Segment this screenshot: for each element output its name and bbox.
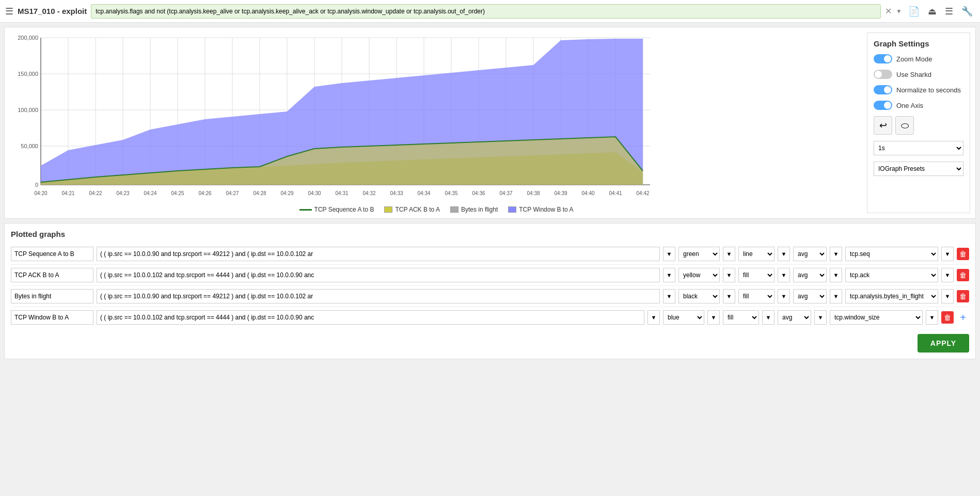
svg-text:04:32: 04:32 bbox=[362, 190, 375, 196]
use-sharkd-toggle[interactable] bbox=[874, 70, 892, 79]
plot-style-select-3[interactable]: linefillbar bbox=[723, 310, 759, 325]
legend-tcp-seq-label: TCP Sequence A to B bbox=[314, 206, 374, 213]
plot-delete-button-1[interactable]: 🗑 bbox=[957, 269, 969, 281]
plot-style-select-2[interactable]: linefillbar bbox=[738, 289, 774, 303]
file-icon-button[interactable]: 📄 bbox=[906, 5, 922, 18]
plot-add-button[interactable]: + bbox=[957, 311, 969, 324]
svg-text:04:36: 04:36 bbox=[472, 190, 485, 196]
plot-filter-input-0[interactable] bbox=[97, 247, 660, 261]
plot-style-select-1[interactable]: linefillbar bbox=[738, 268, 774, 282]
plot-delete-button-3[interactable]: 🗑 bbox=[941, 311, 954, 324]
zoom-mode-knob bbox=[884, 55, 891, 62]
svg-text:04:30: 04:30 bbox=[308, 190, 321, 196]
plot-style-dropdown-2[interactable]: ▼ bbox=[778, 289, 790, 303]
legend-tcp-seq: TCP Sequence A to B bbox=[299, 206, 374, 213]
plot-agg-dropdown-3[interactable]: ▼ bbox=[814, 310, 827, 325]
plot-filter-dropdown-0[interactable]: ▼ bbox=[663, 247, 675, 261]
settings-icon-button[interactable]: 🔧 bbox=[959, 5, 975, 18]
plot-agg-dropdown-1[interactable]: ▼ bbox=[830, 268, 842, 282]
list-icon-button[interactable]: ☰ bbox=[943, 5, 955, 18]
chart-legend: TCP Sequence A to B TCP ACK B to A Bytes… bbox=[10, 206, 863, 213]
hamburger-icon[interactable]: ☰ bbox=[5, 6, 13, 17]
plot-style-dropdown-3[interactable]: ▼ bbox=[762, 310, 774, 325]
plot-color-select-0[interactable]: greenyellowblackbluered bbox=[678, 247, 720, 261]
plot-style-dropdown-0[interactable]: ▼ bbox=[778, 247, 790, 261]
plot-filter-input-1[interactable] bbox=[97, 268, 660, 282]
plot-filter-dropdown-2[interactable]: ▼ bbox=[663, 289, 675, 303]
legend-tcp-window-swatch bbox=[508, 206, 516, 213]
svg-text:04:31: 04:31 bbox=[335, 190, 348, 196]
graph-area: 200,000 150,000 100,000 50,000 0 04:20 0… bbox=[10, 33, 863, 213]
plot-name-input-3[interactable] bbox=[11, 310, 93, 325]
svg-text:04:42: 04:42 bbox=[636, 190, 649, 196]
iograph-presets-select[interactable]: IOGraph Presets bbox=[874, 162, 963, 176]
zoom-mode-row: Zoom Mode bbox=[874, 54, 963, 63]
legend-bytes-flight-swatch bbox=[450, 206, 459, 213]
undo-button[interactable]: ↩ bbox=[874, 116, 892, 135]
plot-field-select-3[interactable]: tcp.seqtcp.acktcp.analysis.bytes_in_flig… bbox=[830, 310, 923, 325]
svg-text:04:39: 04:39 bbox=[554, 190, 567, 196]
svg-text:04:40: 04:40 bbox=[581, 190, 594, 196]
filter-input[interactable] bbox=[91, 4, 881, 19]
plot-agg-select-0[interactable]: avgsumminmax bbox=[793, 247, 827, 261]
one-axis-knob bbox=[884, 102, 891, 109]
plot-style-select-0[interactable]: linefillbar bbox=[738, 247, 774, 261]
svg-text:04:24: 04:24 bbox=[144, 190, 156, 196]
plot-color-dropdown-3[interactable]: ▼ bbox=[707, 310, 720, 325]
plot-delete-button-0[interactable]: 🗑 bbox=[957, 248, 969, 260]
plot-name-input-1[interactable] bbox=[11, 268, 93, 282]
plot-color-select-1[interactable]: greenyellowblackbluered bbox=[678, 268, 720, 282]
plot-filter-dropdown-3[interactable]: ▼ bbox=[647, 310, 660, 325]
plot-field-select-2[interactable]: tcp.seqtcp.acktcp.analysis.bytes_in_flig… bbox=[845, 289, 938, 303]
legend-tcp-ack-swatch bbox=[384, 206, 392, 213]
svg-text:04:33: 04:33 bbox=[390, 190, 403, 196]
plot-color-dropdown-0[interactable]: ▼ bbox=[723, 247, 735, 261]
plot-agg-select-1[interactable]: avgsumminmax bbox=[793, 268, 827, 282]
zoom-mode-label: Zoom Mode bbox=[896, 55, 932, 63]
plot-style-dropdown-1[interactable]: ▼ bbox=[778, 268, 790, 282]
use-sharkd-label: Use Sharkd bbox=[896, 71, 931, 78]
plot-filter-input-2[interactable] bbox=[97, 289, 660, 303]
legend-tcp-window-label: TCP Window B to A bbox=[519, 206, 573, 213]
topbar: ☰ MS17_010 - exploit ✕ ▼ 📄 ⏏ ☰ 🔧 bbox=[0, 0, 980, 23]
plot-agg-dropdown-0[interactable]: ▼ bbox=[830, 247, 842, 261]
svg-text:04:28: 04:28 bbox=[253, 190, 266, 196]
one-axis-toggle[interactable] bbox=[874, 101, 892, 110]
filter-clear-button[interactable]: ✕ bbox=[885, 6, 892, 16]
plot-agg-select-2[interactable]: avgsumminmax bbox=[793, 289, 827, 303]
svg-text:200,000: 200,000 bbox=[18, 35, 38, 41]
legend-bytes-flight: Bytes in flight bbox=[450, 206, 498, 213]
use-sharkd-row: Use Sharkd bbox=[874, 70, 963, 79]
plot-color-select-3[interactable]: greenyellowblackbluered bbox=[663, 310, 704, 325]
plot-field-dropdown-2[interactable]: ▼ bbox=[941, 289, 954, 303]
contrast-button[interactable]: ⬭ bbox=[895, 116, 914, 135]
plot-field-select-0[interactable]: tcp.seqtcp.acktcp.analysis.bytes_in_flig… bbox=[845, 247, 938, 261]
plot-filter-dropdown-1[interactable]: ▼ bbox=[663, 268, 675, 282]
filter-dropdown-button[interactable]: ▼ bbox=[896, 8, 902, 15]
plot-field-dropdown-3[interactable]: ▼ bbox=[926, 310, 938, 325]
plot-color-dropdown-2[interactable]: ▼ bbox=[723, 289, 735, 303]
plot-row-2: ▼ greenyellowblackbluered ▼ linefillbar … bbox=[11, 286, 969, 307]
svg-text:04:37: 04:37 bbox=[499, 190, 512, 196]
plot-field-select-1[interactable]: tcp.seqtcp.acktcp.analysis.bytes_in_flig… bbox=[845, 268, 938, 282]
interval-select[interactable]: 1s 10ms 100ms 10s bbox=[874, 141, 963, 155]
plot-row-1: ▼ greenyellowblackbluered ▼ linefillbar … bbox=[11, 265, 969, 286]
svg-text:04:29: 04:29 bbox=[280, 190, 293, 196]
plot-filter-input-3[interactable] bbox=[97, 310, 644, 325]
plot-agg-dropdown-2[interactable]: ▼ bbox=[830, 289, 842, 303]
plot-field-dropdown-0[interactable]: ▼ bbox=[941, 247, 954, 261]
plot-field-dropdown-1[interactable]: ▼ bbox=[941, 268, 954, 282]
zoom-mode-toggle[interactable] bbox=[874, 54, 892, 63]
apply-button[interactable]: APPLY bbox=[918, 334, 969, 353]
plotted-graphs-section: Plotted graphs ▼ greenyellowblackbluered… bbox=[4, 223, 976, 359]
plot-name-input-0[interactable] bbox=[11, 247, 93, 261]
plot-agg-select-3[interactable]: avgsumminmax bbox=[778, 310, 811, 325]
plot-name-input-2[interactable] bbox=[11, 289, 93, 303]
legend-tcp-window: TCP Window B to A bbox=[508, 206, 573, 213]
plot-delete-button-2[interactable]: 🗑 bbox=[957, 290, 969, 302]
graph-icon-button[interactable]: ⏏ bbox=[926, 5, 939, 18]
plot-color-dropdown-1[interactable]: ▼ bbox=[723, 268, 735, 282]
plot-row-3: ▼ greenyellowblackbluered ▼ linefillbar … bbox=[11, 307, 969, 328]
plot-color-select-2[interactable]: greenyellowblackbluered bbox=[678, 289, 720, 303]
normalize-toggle[interactable] bbox=[874, 85, 892, 94]
